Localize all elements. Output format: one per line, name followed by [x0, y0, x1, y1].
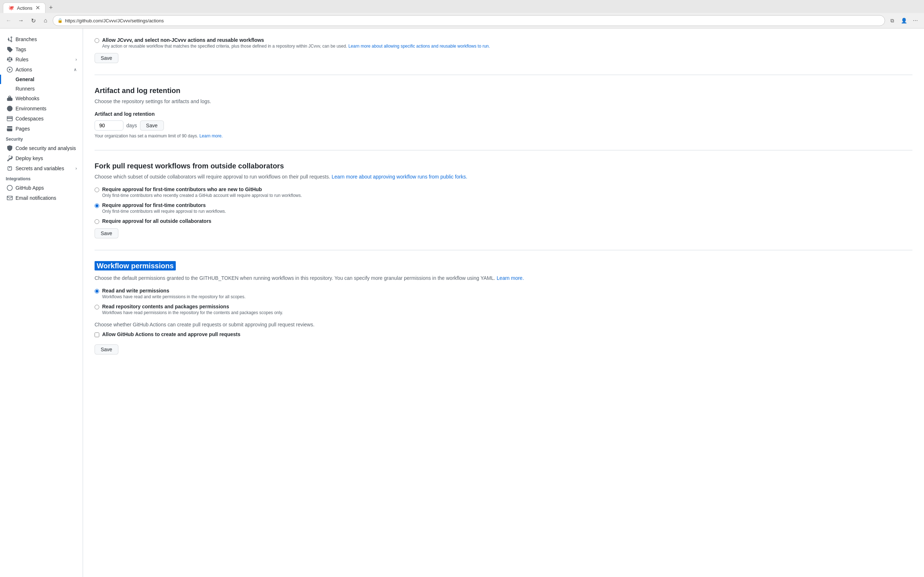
allow-jcvvv-desc: Any action or reusable workflow that mat… [102, 44, 490, 49]
active-tab: 🐙 Actions ✕ [3, 3, 45, 13]
first-time-contributors-desc: Only first-time contributors will requir… [102, 209, 226, 214]
secrets-icon [7, 166, 13, 171]
sidebar-item-email-notifications[interactable]: Email notifications [0, 193, 82, 203]
fork-pr-title: Fork pull request workflows from outside… [95, 162, 913, 170]
read-only-label[interactable]: Read repository contents and packages pe… [102, 304, 229, 309]
artifact-input-group: days Save [95, 121, 913, 131]
allow-create-pr-label[interactable]: Allow GitHub Actions to create and appro… [102, 331, 241, 337]
forward-button[interactable]: → [16, 16, 26, 26]
browser-toolbar: ← → ↻ ⌂ 🔒 https://github.com/JCvvv/JCvvv… [0, 13, 924, 28]
allow-jcvvv-radio[interactable] [95, 38, 99, 43]
sidebar-item-actions[interactable]: Actions ∧ [0, 64, 82, 75]
rules-icon [7, 56, 13, 62]
address-bar[interactable]: 🔒 https://github.com/JCvvv/JCvvv/setting… [53, 15, 885, 26]
sidebar-label-codespaces: Codespaces [16, 116, 77, 121]
sidebar-label-pages: Pages [16, 126, 77, 132]
sidebar-item-deploy-keys[interactable]: Deploy keys [0, 153, 82, 163]
sidebar-item-runners[interactable]: Runners [0, 84, 82, 93]
tab-close-button[interactable]: ✕ [36, 5, 40, 11]
create-pr-desc: Choose whether GitHub Actions can create… [95, 321, 913, 329]
all-outside-label[interactable]: Require approval for all outside collabo… [102, 218, 212, 224]
sidebar-item-environments[interactable]: Environments [0, 103, 82, 114]
artifact-sub-heading: Artifact and log retention [95, 111, 913, 117]
allow-actions-save-button[interactable]: Save [95, 53, 118, 63]
artifact-save-button[interactable]: Save [140, 121, 164, 131]
sidebar-label-branches: Branches [16, 36, 77, 42]
shield-icon [7, 145, 13, 151]
sidebar-item-rules[interactable]: Rules › [0, 55, 82, 64]
first-time-new-label[interactable]: Require approval for first-time contribu… [102, 187, 262, 192]
allow-jcvvv-option: Allow JCvvv, and select non-JCvvv action… [95, 37, 913, 49]
read-write-option: Read and write permissions Workflows hav… [95, 288, 913, 299]
environments-icon [7, 106, 13, 111]
sidebar-item-general[interactable]: General [0, 75, 82, 84]
first-time-contributors-label[interactable]: Require approval for first-time contribu… [102, 202, 206, 208]
first-time-contributors-option: Require approval for first-time contribu… [95, 202, 913, 214]
tag-icon [7, 47, 13, 52]
first-time-contributors-radio[interactable] [95, 203, 99, 208]
sidebar-item-codespaces[interactable]: Codespaces [0, 114, 82, 124]
webhooks-icon [7, 95, 13, 102]
artifact-retention-section: Artifact and log retention Choose the re… [95, 87, 913, 150]
allow-jcvvv-label[interactable]: Allow JCvvv, and select non-JCvvv action… [102, 37, 264, 43]
read-write-label[interactable]: Read and write permissions [102, 288, 169, 293]
allow-jcvvv-learn-more-link[interactable]: Learn more about allowing specific actio… [348, 44, 490, 49]
integrations-section-label: Integrations [0, 174, 82, 183]
workflow-permissions-save-button[interactable]: Save [95, 344, 118, 355]
back-button[interactable]: ← [3, 16, 14, 26]
first-time-new-title: Require approval for first-time contribu… [102, 187, 262, 192]
codespaces-icon [7, 116, 13, 121]
refresh-button[interactable]: ↻ [28, 16, 38, 26]
sidebar-item-branches[interactable]: Branches [0, 34, 82, 44]
fork-pr-save-button[interactable]: Save [95, 228, 118, 239]
email-icon [7, 195, 13, 201]
first-time-new-radio[interactable] [95, 187, 99, 192]
actions-chevron-icon: ∧ [74, 67, 77, 72]
sidebar-item-secrets-variables[interactable]: Secrets and variables › [0, 163, 82, 174]
lock-icon: 🔒 [57, 18, 63, 23]
key-icon [7, 155, 13, 161]
browser-chrome: 🐙 Actions ✕ + ← → ↻ ⌂ 🔒 https://github.c… [0, 0, 924, 29]
rules-chevron-icon: › [76, 57, 77, 62]
sidebar-item-webhooks[interactable]: Webhooks [0, 93, 82, 103]
home-button[interactable]: ⌂ [40, 16, 50, 26]
sidebar-item-pages[interactable]: Pages [0, 124, 82, 134]
sidebar-label-email-notifications: Email notifications [16, 195, 77, 201]
sidebar-item-tags[interactable]: Tags [0, 44, 82, 55]
menu-button[interactable]: ⋯ [910, 16, 921, 26]
sidebar-label-deploy-keys: Deploy keys [16, 155, 77, 161]
sidebar-label-code-security: Code security and analysis [16, 145, 77, 151]
branch-icon [7, 36, 13, 42]
artifact-days-input[interactable] [95, 121, 123, 131]
all-outside-title: Require approval for all outside collabo… [102, 218, 212, 224]
fork-pr-learn-more-link[interactable]: Learn more about approving workflow runs… [332, 174, 467, 180]
allow-create-pr-checkbox[interactable] [95, 332, 99, 337]
sidebar-label-tags: Tags [16, 47, 77, 52]
sidebar-item-code-security[interactable]: Code security and analysis [0, 143, 82, 153]
new-tab-button[interactable]: + [45, 3, 57, 13]
sidebar: Branches Tags Rules › Actions ∧ Gener [0, 29, 83, 577]
workflow-permissions-learn-more-link[interactable]: Learn more. [497, 275, 524, 281]
artifact-learn-more-link[interactable]: Learn more. [199, 134, 223, 139]
page-layout: Branches Tags Rules › Actions ∧ Gener [0, 29, 924, 577]
read-write-radio[interactable] [95, 289, 99, 293]
profile-button[interactable]: 👤 [899, 16, 909, 26]
artifact-retention-title: Artifact and log retention [95, 87, 913, 95]
read-only-desc: Workflows have read permissions in the r… [102, 310, 283, 315]
browser-tabs: 🐙 Actions ✕ + [0, 0, 924, 13]
url-text: https://github.com/JCvvv/JCvvv/settings/… [65, 18, 164, 23]
secrets-chevron-icon: › [76, 166, 77, 171]
extensions-button[interactable]: ⧉ [887, 16, 897, 26]
read-write-desc: Workflows have read and write permission… [102, 294, 246, 299]
read-only-radio[interactable] [95, 305, 99, 309]
first-time-new-desc: Only first-time contributors who recentl… [102, 193, 302, 198]
fork-pr-section: Fork pull request workflows from outside… [95, 162, 913, 250]
sidebar-item-github-apps[interactable]: GitHub Apps [0, 183, 82, 193]
tab-favicon: 🐙 [8, 5, 14, 11]
all-outside-option: Require approval for all outside collabo… [95, 218, 913, 224]
main-content: Allow JCvvv, and select non-JCvvv action… [83, 29, 924, 577]
all-outside-radio[interactable] [95, 219, 99, 224]
actions-icon [7, 67, 13, 73]
sidebar-label-secrets-variables: Secrets and variables [16, 166, 73, 171]
allow-actions-section: Allow JCvvv, and select non-JCvvv action… [95, 37, 913, 75]
